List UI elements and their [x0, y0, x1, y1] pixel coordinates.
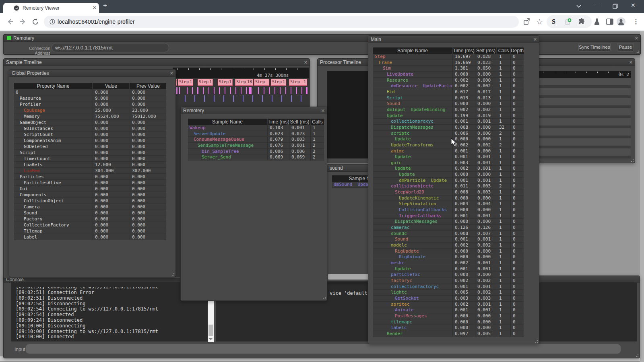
- table-row[interactable]: TimerCount0.0000.000: [14, 156, 166, 162]
- share-icon[interactable]: [523, 18, 530, 25]
- table-row[interactable]: Gui0.0000.000: [14, 186, 166, 192]
- table-row[interactable]: dmResource UpdateFactory0.0020.00210: [373, 83, 524, 89]
- table-row[interactable]: soundc0.0080.00710: [373, 231, 524, 237]
- table-row[interactable]: Script0.0000.000: [14, 150, 166, 156]
- table-row[interactable]: Particles0.0000.000: [14, 174, 166, 180]
- main-titlebar[interactable]: Main✕: [368, 36, 539, 43]
- sidebar-icon[interactable]: [606, 18, 613, 25]
- step-sample-block[interactable]: Step18: [235, 79, 253, 86]
- bookmark-star-icon[interactable]: ☆: [536, 17, 543, 27]
- extension-doc-plus-icon[interactable]: [564, 18, 572, 25]
- table-row[interactable]: LiveUpdate0.0000.00010: [373, 72, 524, 78]
- step-sample-block[interactable]: Step1: [218, 79, 233, 86]
- table-row[interactable]: Server_Send0.0690.0692: [188, 154, 324, 160]
- close-icon[interactable]: ✕: [629, 60, 633, 65]
- table-row[interactable]: ScriptCount0.0000.000: [14, 132, 166, 138]
- table-row[interactable]: camerac0.1260.12610: [373, 225, 524, 231]
- table-row[interactable]: GODeleted0.0000.000: [14, 144, 166, 150]
- table-row[interactable]: Resource9.0000.000: [14, 95, 166, 101]
- table-row[interactable]: labelc0.0000.00010: [373, 325, 524, 331]
- table-row[interactable]: RigAnimate0.0000.00010: [373, 254, 524, 260]
- table-row[interactable]: Render0.0970.00510: [373, 331, 524, 337]
- table-row[interactable]: DispatchMessages0.0000.00010: [373, 219, 524, 225]
- processor-resize-grip[interactable]: [630, 158, 634, 162]
- table-row[interactable]: Resource0.0020.00010: [373, 78, 524, 84]
- tab-close-icon[interactable]: ✕: [93, 5, 97, 10]
- table-row[interactable]: Wakeup0.1030.0011: [188, 125, 324, 131]
- remotery-main-resize-grip[interactable]: [636, 49, 640, 53]
- table-row[interactable]: Hid0.0170.01710: [373, 89, 524, 95]
- table-row[interactable]: ComponentsAnim0.0000.000: [14, 138, 166, 144]
- close-icon[interactable]: ✕: [635, 35, 638, 41]
- table-row[interactable]: ConsumeMessageQueue0.0790.0031: [188, 137, 324, 143]
- table-row[interactable]: GOInstances0.0000.000: [14, 125, 166, 132]
- global-properties-resize-grip[interactable]: [171, 272, 175, 276]
- table-row[interactable]: ParticlesAlive0.0000.000: [14, 180, 166, 186]
- table-row[interactable]: DispatchMessages0.0080.008320: [373, 125, 524, 131]
- table-row[interactable]: collectionproxyc0.0010.00110: [373, 119, 524, 125]
- table-row[interactable]: lightc0.0050.00210: [373, 290, 524, 296]
- table-row[interactable]: RigUpdate0.0000.00010: [373, 249, 524, 255]
- column-header[interactable]: Calls: [311, 119, 324, 125]
- site-info-icon[interactable]: [50, 19, 55, 25]
- table-row[interactable]: Update0.0010.00110: [373, 154, 524, 160]
- table-row[interactable]: Sound0.0000.000: [14, 210, 166, 216]
- table-row[interactable]: TriggerCallbacks0.0010.00110: [373, 213, 524, 219]
- table-row[interactable]: CollectionFactory0.0000.000: [14, 222, 166, 228]
- connection-address-input[interactable]: ws://127.0.0.1:17815/rmt: [52, 43, 169, 52]
- main-resize-grip[interactable]: [534, 339, 538, 343]
- tab-search-icon[interactable]: [576, 4, 582, 9]
- table-row[interactable]: Memory75524.00075012.000: [14, 113, 166, 119]
- back-icon[interactable]: [6, 18, 14, 25]
- close-icon[interactable]: ✕: [533, 37, 537, 42]
- table-row[interactable]: Sound0.0010.00110: [373, 237, 524, 243]
- table-row[interactable]: LuaMem304.000302.000: [14, 168, 166, 174]
- table-row[interactable]: Script0.0130.01310: [373, 95, 524, 101]
- table-row[interactable]: scriptc0.0060.00620: [373, 131, 524, 137]
- table-row[interactable]: Sound0.0000.00010: [373, 101, 524, 107]
- table-row[interactable]: Update0.0010.00110: [373, 266, 524, 272]
- profile-avatar[interactable]: [617, 17, 625, 26]
- table-row[interactable]: collectionfactoryc0.0010.00110: [373, 284, 524, 290]
- table-row[interactable]: Step16.6970.02810: [373, 54, 524, 60]
- table-row[interactable]: particlefxc0.0000.00010: [373, 272, 524, 278]
- table-row[interactable]: Label0.0000.000: [14, 234, 166, 240]
- table-row[interactable]: SendSampleTreeMessage0.0760.0012: [188, 143, 324, 149]
- extension-s-icon[interactable]: S: [552, 18, 555, 25]
- remotery-sample-titlebar[interactable]: Remotery✕: [181, 107, 327, 114]
- step-sample-block[interactable]: Step1: [178, 79, 193, 86]
- table-row[interactable]: ServerUpdate0.0230.0231: [188, 131, 324, 137]
- column-header[interactable]: Value: [93, 83, 130, 89]
- minimize-button[interactable]: —: [594, 1, 600, 8]
- table-row[interactable]: Tilemap0.0000.000: [14, 228, 166, 234]
- reload-icon[interactable]: [32, 18, 39, 25]
- table-row[interactable]: Frame16.6690.02310: [373, 60, 524, 66]
- table-row[interactable]: Camera0.0000.000: [14, 204, 166, 210]
- remotery-sample-resize-grip[interactable]: [322, 296, 326, 300]
- table-row[interactable]: animc0.0010.00010: [373, 148, 524, 154]
- flask-icon[interactable]: [593, 18, 601, 25]
- console-resize-grip[interactable]: [635, 353, 639, 357]
- step-sample-block[interactable]: Step: [254, 79, 269, 86]
- table-row[interactable]: modelc0.0020.00210: [373, 243, 524, 249]
- table-row[interactable]: meshc0.0020.00110: [373, 260, 524, 266]
- close-icon[interactable]: ✕: [321, 108, 325, 113]
- table-row[interactable]: Components0.0000.000: [14, 192, 166, 198]
- table-row[interactable]: collisionobjectc0.0110.00320: [373, 183, 524, 189]
- table-row[interactable]: LuaRefs12.0000.000: [14, 162, 166, 168]
- page-vertical-scrollbar[interactable]: [640, 31, 644, 362]
- table-row[interactable]: spritec0.0020.00110: [373, 302, 524, 308]
- global-properties-titlebar[interactable]: Global Properties✕: [9, 70, 175, 77]
- table-row[interactable]: Update0.0000.00010: [373, 136, 524, 142]
- scroll-down-icon[interactable]: [209, 338, 213, 341]
- restore-button[interactable]: [613, 4, 618, 9]
- table-row[interactable]: factoryc0.0020.00210: [373, 278, 524, 284]
- table-row[interactable]: UpdateTransforms0.0020.00220: [373, 142, 524, 148]
- extensions-puzzle-icon[interactable]: [578, 18, 585, 25]
- close-window-button[interactable]: ✕: [631, 2, 636, 8]
- table-row[interactable]: 00.0000.000: [14, 89, 166, 95]
- table-row[interactable]: Factory0.0000.000: [14, 216, 166, 222]
- sample-timeline-titlebar[interactable]: Sample Timeline✕: [4, 59, 310, 66]
- table-row[interactable]: dmParticle Update0.0010.00110: [373, 178, 524, 184]
- column-header[interactable]: Time (ms): [453, 47, 475, 54]
